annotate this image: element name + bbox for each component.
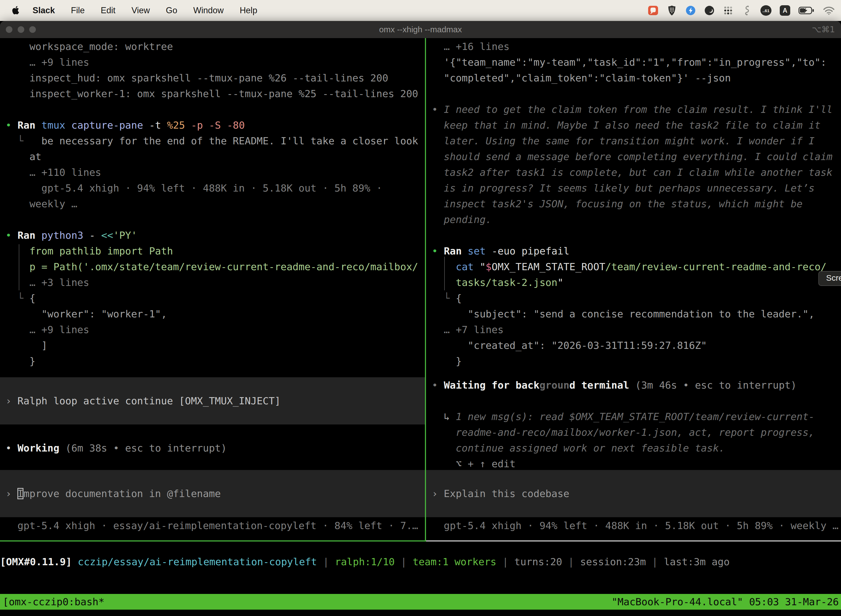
- indent-guide: [19, 244, 19, 290]
- terminal-line: … +9 lines: [0, 54, 425, 70]
- window-shortcut-hint: ⌥⌘1: [812, 21, 835, 38]
- terminal-line: }: [0, 353, 425, 369]
- right-input-text: › Explain this codebase: [426, 486, 841, 502]
- window-title: omx --xhigh --madmax: [0, 21, 841, 38]
- terminal-line: … +7 lines: [426, 322, 841, 337]
- indent-guide: [444, 257, 445, 290]
- terminal-line: keep that in mind. Maybe I also need the…: [426, 117, 841, 133]
- terminal-line: pending.: [426, 212, 841, 227]
- menu-item-window[interactable]: Window: [185, 6, 231, 15]
- omx-session-status-line: [OMX#0.11.9] cczip/essay/ai-reimplementa…: [0, 554, 841, 570]
- screen-share-overlay-label: Scre: [826, 273, 841, 282]
- working-status-line: • Working (6m 38s • esc to interrupt): [0, 440, 425, 456]
- keyboard-brightness-icon[interactable]: [704, 5, 715, 16]
- terminal-line: from pathlib import Path: [0, 243, 425, 259]
- tmux-host-clock-label: "MacBook-Pro-44.local" 05:03 31-Mar-26: [611, 594, 839, 610]
- terminal-line: [426, 369, 841, 377]
- input-source-icon[interactable]: A: [780, 5, 790, 16]
- menu-item-help[interactable]: Help: [232, 6, 265, 15]
- left-status-text: gpt-5.4 xhigh · essay/ai-reimplementatio…: [0, 518, 425, 534]
- terminal-line: inspect task2's JSON, focusing on the st…: [426, 196, 841, 212]
- menu-status-icons: ..61 A: [648, 5, 835, 16]
- terminal-line: "completed","claim_token":"claim-token"}…: [426, 70, 841, 86]
- dots-grid-icon[interactable]: [723, 5, 733, 16]
- terminal-line: [0, 424, 425, 440]
- terminal-line: … +110 lines: [0, 164, 425, 180]
- right-pane-bottom-border: [426, 540, 841, 541]
- terminal-line: └ {: [426, 290, 841, 306]
- terminal-line: [0, 369, 425, 377]
- shortcuts-icon[interactable]: [742, 5, 752, 16]
- tmux-pane-divider[interactable]: [425, 38, 426, 541]
- slack-notification-icon[interactable]: [648, 5, 658, 16]
- countdown-badge-text: ..61: [762, 8, 769, 13]
- terminal-line: … +3 lines: [0, 274, 425, 290]
- countdown-badge-icon[interactable]: ..61: [760, 5, 771, 16]
- battery-charging-icon[interactable]: [799, 5, 815, 16]
- terminal-line: at: [0, 149, 425, 164]
- terminal-line: continue assigned work or next feasible …: [426, 440, 841, 456]
- window-title-bar: omx --xhigh --madmax ⌥⌘1: [0, 21, 841, 38]
- privacy-shield-icon[interactable]: [667, 5, 677, 16]
- left-terminal-pane: workspace_mode: worktree … +9 lines insp…: [0, 39, 425, 456]
- terminal-line: [426, 86, 841, 101]
- wifi-icon[interactable]: [823, 5, 835, 16]
- screen: SlackFileEditViewGoWindowHelp ..61: [0, 0, 841, 616]
- terminal-line: [0, 101, 425, 117]
- terminal-line: [0, 377, 425, 393]
- menu-item-file[interactable]: File: [63, 6, 93, 15]
- terminal-line: [0, 409, 425, 424]
- ran-set-pipefail-line: • Ran set -euo pipefail: [426, 243, 841, 259]
- terminal-line: }: [426, 353, 841, 369]
- terminal-line: [0, 212, 425, 227]
- ran-python-line: • Ran python3 - <<'PY': [0, 227, 425, 243]
- terminal-line: readme-and-reco/mailbox/worker-1.json, a…: [426, 424, 841, 440]
- left-pane-status-line: gpt-5.4 xhigh · essay/ai-reimplementatio…: [0, 518, 425, 534]
- terminal-line: p = Path('.omx/state/team/review-current…: [0, 259, 425, 274]
- ralph-loop-line: › Ralph loop active continue [OMX_TMUX_I…: [0, 393, 425, 409]
- tmux-status-bar: [omx-cczip0:bash* "MacBook-Pro-44.local"…: [0, 594, 841, 610]
- omx-status-text: [OMX#0.11.9] cczip/essay/ai-reimplementa…: [0, 554, 841, 570]
- left-pane-bottom-border: [0, 540, 425, 541]
- thinking-line: • I need to get the claim token from the…: [426, 101, 841, 117]
- terminal-line: └ be necessary for the end of the README…: [0, 133, 425, 149]
- terminal-line: [426, 393, 841, 409]
- terminal-line: cat "$OMX_TEAM_STATE_ROOT/team/review-cu…: [426, 259, 841, 274]
- terminal-line: later. Using the same for transition mig…: [426, 133, 841, 149]
- terminal-line: weekly …: [0, 196, 425, 212]
- left-input-text: › Improve documentation in @filename: [0, 486, 425, 502]
- input-source-text: A: [783, 7, 787, 14]
- terminal-line: is in progress? It seems likely but perh…: [426, 180, 841, 196]
- ran-tmux-capture-line: • Ran tmux capture-pane -t %25 -p -S -80: [0, 117, 425, 133]
- left-prompt-input[interactable]: › Improve documentation in @filename: [0, 470, 425, 517]
- terminal-line: tasks/task-2.json": [426, 274, 841, 290]
- terminal-line: … +16 lines: [426, 39, 841, 54]
- menu-item-edit[interactable]: Edit: [93, 6, 123, 15]
- terminal-line: '{"team_name":"my-team","task_id":"1","f…: [426, 54, 841, 70]
- right-terminal-pane: … +16 lines '{"team_name":"my-team","tas…: [426, 39, 841, 472]
- terminal-line: "created_at": "2026-03-31T11:59:27.816Z": [426, 337, 841, 353]
- terminal-line: ↳ 1 new msg(s): read $OMX_TEAM_STATE_ROO…: [426, 409, 841, 424]
- terminal-line: … +9 lines: [0, 322, 425, 337]
- menu-items: SlackFileEditViewGoWindowHelp: [27, 6, 265, 15]
- messages-badge-icon[interactable]: [686, 5, 696, 16]
- macos-menu-bar: SlackFileEditViewGoWindowHelp ..61: [0, 0, 841, 21]
- terminal-line: "subject": "send a concise recommendatio…: [426, 306, 841, 322]
- menu-item-go[interactable]: Go: [158, 6, 185, 15]
- terminal-line: └ {: [0, 290, 425, 306]
- menu-item-view[interactable]: View: [123, 6, 158, 15]
- tmux-session-label: [omx-cczip0:bash*: [3, 594, 104, 610]
- apple-icon[interactable]: [12, 6, 20, 15]
- screen-share-overlay: Scre: [818, 271, 841, 286]
- menu-item-slack[interactable]: Slack: [27, 6, 63, 15]
- terminal-line: "worker": "worker-1",: [0, 306, 425, 322]
- terminal-line: gpt-5.4 xhigh · 94% left · 488K in · 5.1…: [0, 180, 425, 196]
- terminal-line: [426, 227, 841, 243]
- waiting-background-line: • Waiting for background terminal (3m 46…: [426, 377, 841, 393]
- terminal-line: inspect_worker-1: omx sparkshell --tmux-…: [0, 86, 425, 101]
- right-prompt-input[interactable]: › Explain this codebase: [426, 470, 841, 517]
- terminal-line: task2 after task1 is complete, but can I…: [426, 164, 841, 180]
- terminal-window: omx --xhigh --madmax ⌥⌘1 workspace_mode:…: [0, 21, 841, 616]
- terminal-line: should send a message before completing …: [426, 149, 841, 164]
- right-status-text: gpt-5.4 xhigh · 94% left · 488K in · 5.1…: [426, 518, 841, 534]
